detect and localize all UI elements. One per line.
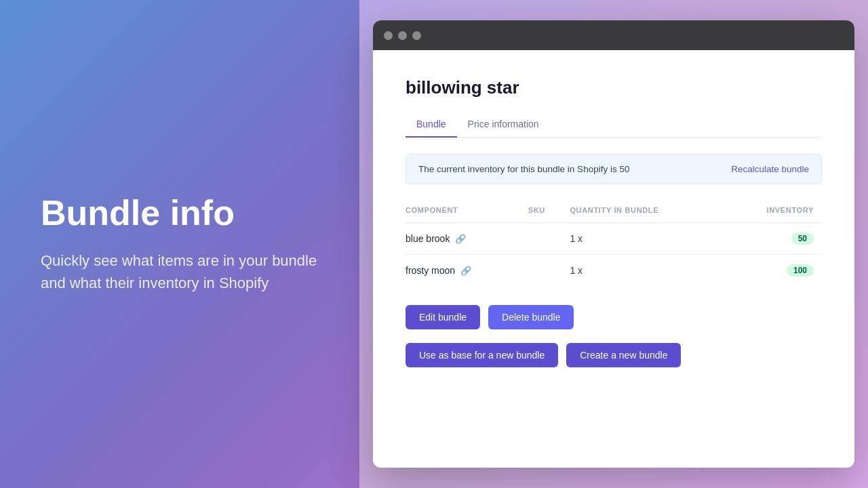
tab-bundle[interactable]: Bundle [406,112,457,138]
quantity-cell-1: 1 x [570,223,730,255]
sku-cell-1 [528,223,570,255]
edit-bundle-button[interactable]: Edit bundle [406,305,480,329]
col-quantity: QUANTITY IN BUNDLE [570,201,730,223]
traffic-light-maximize[interactable] [412,31,421,40]
tabs-container: Bundle Price information [406,112,822,138]
link-icon-2[interactable]: 🔗 [460,266,471,276]
col-inventory: INVENTORY [730,201,822,223]
info-banner-text: The current inventory for this bundle in… [418,164,629,174]
secondary-button-row: Use as base for a new bundle Create a ne… [406,343,822,367]
tab-price-information[interactable]: Price information [457,112,550,138]
bundle-table: COMPONENT SKU QUANTITY IN BUNDLE INVENTO… [406,201,822,286]
page-title: billowing star [406,77,822,98]
inventory-badge-2: 100 [787,264,814,277]
recalculate-link[interactable]: Recalculate bundle [731,164,809,174]
left-panel: Bundle info Quickly see what items are i… [0,0,359,488]
component-name-1: blue brook [406,233,450,244]
browser-window: billowing star Bundle Price information … [373,20,854,468]
primary-button-row: Edit bundle Delete bundle [406,305,822,329]
table-row: blue brook 🔗 1 x 50 [406,223,822,255]
component-cell-2: frosty moon 🔗 [406,255,528,287]
create-new-bundle-button[interactable]: Create a new bundle [566,343,681,367]
use-as-base-button[interactable]: Use as base for a new bundle [406,343,558,367]
col-component: COMPONENT [406,201,528,223]
quantity-cell-2: 1 x [570,255,730,287]
inventory-badge-1: 50 [791,232,814,245]
hero-heading: Bundle info [41,194,319,232]
browser-content: billowing star Bundle Price information … [373,50,854,468]
delete-bundle-button[interactable]: Delete bundle [488,305,574,329]
component-name-2: frosty moon [406,265,455,276]
table-row: frosty moon 🔗 1 x 100 [406,255,822,287]
hero-description: Quickly see what items are in your bundl… [41,249,319,294]
inventory-cell-2: 100 [730,255,822,287]
traffic-light-close[interactable] [384,31,393,40]
component-cell-1: blue brook 🔗 [406,223,528,255]
traffic-light-minimize[interactable] [398,31,407,40]
inventory-cell-1: 50 [730,223,822,255]
right-panel: billowing star Bundle Price information … [359,0,868,488]
info-banner: The current inventory for this bundle in… [406,154,822,184]
col-sku: SKU [528,201,570,223]
link-icon-1[interactable]: 🔗 [455,234,466,244]
sku-cell-2 [528,255,570,287]
browser-titlebar [373,20,854,50]
